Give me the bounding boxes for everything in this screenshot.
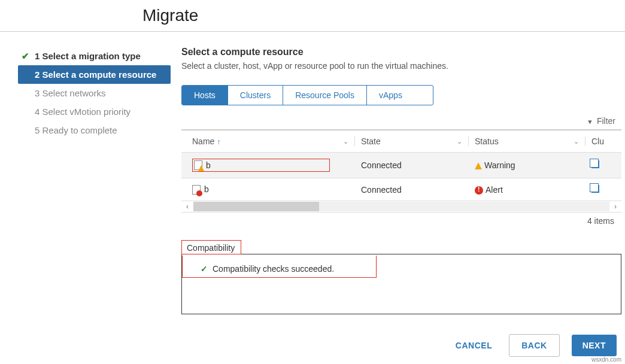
host-status: Alert [486,185,503,195]
section-subtitle: Select a cluster, host, vApp or resource… [181,61,625,71]
table-row[interactable]: b Connected Alert [181,178,621,201]
filter-label[interactable]: Filter [597,116,615,126]
chevron-down-icon[interactable]: ⌄ [574,138,579,145]
cancel-button[interactable]: CANCEL [451,335,497,356]
cluster-icon [591,160,599,168]
section-title: Select a compute resource [181,47,625,57]
column-header-cluster[interactable]: Clu [585,136,618,146]
check-icon: ✓ [201,264,208,274]
step-3-networks[interactable]: 3 Select networks [18,84,171,102]
back-button[interactable]: BACK [509,334,559,357]
step-1-migration-type[interactable]: 1 Select a migration type [18,47,171,65]
tab-hosts[interactable]: Hosts [182,86,228,105]
warning-badge-icon [198,165,204,171]
table-row[interactable]: b Connected Warning [181,152,621,178]
step-4-vmotion-priority[interactable]: 4 Select vMotion priority [18,102,171,121]
next-button[interactable]: NEXT [572,335,617,356]
column-header-state[interactable]: State⌄ [355,136,469,146]
sort-ascending-icon: ↑ [217,138,220,146]
host-icon [192,185,201,195]
horizontal-scrollbar[interactable]: ‹ › [181,201,621,212]
tab-resource-pools[interactable]: Resource Pools [283,86,367,105]
compatibility-label: Compatibility [181,240,241,254]
compatibility-result-highlight: ✓Compatibility checks succeeded. [182,256,377,278]
column-header-status[interactable]: Status⌄ [469,136,585,146]
host-name: b [204,184,209,194]
hosts-table: Filter Name↑⌄ State⌄ Status⌄ Clu b Conne… [181,113,621,229]
column-header-name[interactable]: Name↑⌄ [181,136,355,146]
compatibility-message: Compatibility checks succeeded. [213,264,334,274]
tab-clusters[interactable]: Clusters [228,86,283,105]
wizard-steps: 1 Select a migration type 2 Select a com… [0,32,171,314]
host-icon [194,160,202,170]
scroll-thumb[interactable] [193,202,319,211]
host-state: Connected [355,185,469,195]
watermark: wsxdn.com [591,356,621,363]
host-state: Connected [355,160,469,170]
scroll-right-icon[interactable]: › [609,201,621,212]
scroll-track[interactable] [193,202,609,211]
cluster-icon [591,185,599,193]
step-2-compute-resource[interactable]: 2 Select a compute resource [18,65,171,84]
alert-badge-icon [196,190,202,196]
host-status: Warning [484,160,515,170]
wizard-footer: CANCEL BACK NEXT [0,334,620,357]
selected-host-highlight: b [192,159,330,172]
chevron-down-icon[interactable]: ⌄ [343,138,348,145]
compatibility-panel: ✓Compatibility checks succeeded. [181,254,621,314]
tab-vapps[interactable]: vApps [367,86,414,105]
dialog-title: Migrate [0,0,625,32]
resource-type-tabs: Hosts Clusters Resource Pools vApps [181,85,433,105]
items-count: 4 items [181,212,621,229]
host-name: b [206,160,211,170]
scroll-left-icon[interactable]: ‹ [181,201,193,212]
filter-icon[interactable] [587,116,593,126]
alert-icon [475,186,483,195]
warning-icon [475,162,482,169]
chevron-down-icon[interactable]: ⌄ [457,138,462,145]
step-5-ready[interactable]: 5 Ready to complete [18,121,171,139]
